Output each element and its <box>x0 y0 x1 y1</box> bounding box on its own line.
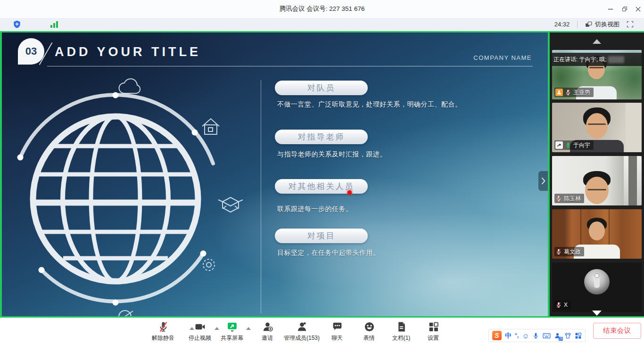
emoji-label: 表情 <box>363 334 375 342</box>
unmute-label: 解除静音 <box>152 334 174 342</box>
mic-muted-icon <box>555 195 562 202</box>
participant-name: X <box>564 302 568 308</box>
ime-language-toggle[interactable]: 中 <box>505 332 512 339</box>
switch-view-label: 切换视图 <box>595 20 619 29</box>
active-speaker-banner: 正在讲话: 于向宇; 哦; <box>550 53 644 66</box>
minimize-button[interactable] <box>603 2 618 16</box>
window-title: 腾讯会议 会议号: 227 351 676 <box>0 0 644 18</box>
gear-icon <box>203 259 215 270</box>
stop-video-button[interactable]: 停止视频 <box>182 320 218 342</box>
participant-tile[interactable]: 于向宇 <box>552 103 642 152</box>
unmute-button[interactable]: 解除静音 <box>144 320 182 342</box>
share-frame-left <box>0 31 2 318</box>
mic-muted-icon <box>555 248 562 255</box>
manage-members-button[interactable]: 管理成员(153) <box>279 320 324 342</box>
host-badge-icon <box>555 89 563 96</box>
smiley-icon <box>363 320 375 333</box>
collapse-sidebar-button[interactable] <box>538 171 548 191</box>
blurred-text <box>608 56 624 63</box>
meeting-info-shield-icon[interactable] <box>12 20 22 31</box>
shared-screen-slide: 03 ADD YOUR TITLE COMPANY NAME <box>2 33 548 316</box>
section-pill: 对队员 <box>275 81 368 95</box>
chat-label: 聊天 <box>331 334 343 342</box>
restore-icon <box>621 6 628 12</box>
sogou-logo-icon[interactable]: S <box>492 331 502 340</box>
switch-view-button[interactable]: 切换视图 <box>585 18 619 31</box>
restore-button[interactable] <box>618 2 632 16</box>
invite-button[interactable]: 邀请 <box>254 320 281 342</box>
section-desc: 目标坚定，在任务中起带头作用。 <box>277 249 380 257</box>
participant-name: 葛文政 <box>564 248 581 256</box>
member-person-icon <box>296 320 308 333</box>
section-pill: 对指导老师 <box>275 130 368 144</box>
cloud-icon <box>119 79 140 93</box>
sharing-badge-icon <box>555 141 563 149</box>
settings-grid-icon <box>428 320 439 333</box>
scroll-down-arrow[interactable] <box>592 311 602 316</box>
participant-namebar: 王亚男 <box>554 88 594 97</box>
fullscreen-button[interactable] <box>626 20 634 30</box>
share-options-arrow[interactable] <box>246 327 251 330</box>
ime-user-icon[interactable]: 25 <box>554 332 561 339</box>
close-icon <box>635 6 641 12</box>
globe-graphic <box>5 71 262 316</box>
switch-view-icon <box>585 21 593 29</box>
ime-emoji-icon[interactable]: ☺ <box>522 332 529 339</box>
participant-tile[interactable]: 陈玉林 <box>552 156 642 205</box>
mic-on-icon <box>565 142 571 148</box>
topbar-divider <box>577 21 578 28</box>
meeting-control-bar: 解除静音 停止视频 共享屏幕 邀请 管理成员(15 <box>0 318 644 344</box>
ime-skin-shirt-icon[interactable] <box>564 332 571 339</box>
document-icon <box>396 320 407 333</box>
mic-muted-icon <box>555 302 562 308</box>
docs-label: 文档(1) <box>392 334 411 342</box>
chat-button[interactable]: 聊天 <box>323 320 351 342</box>
participant-tile[interactable]: X <box>552 262 642 312</box>
ime-user-badge: 25 <box>559 337 563 341</box>
slide-number-badge: 03 <box>18 38 44 65</box>
open-box-icon <box>218 197 243 212</box>
end-meeting-button[interactable]: 结束会议 <box>593 323 641 339</box>
manage-members-label: 管理成员(153) <box>284 334 320 342</box>
minimize-icon <box>607 6 614 12</box>
participants-sidebar: 正在讲话: 于向宇; 哦; 王亚男 <box>550 33 644 316</box>
close-button[interactable] <box>631 2 644 16</box>
docs-button[interactable]: 文档(1) <box>386 320 417 342</box>
stop-video-label: 停止视频 <box>189 334 211 342</box>
participant-tile[interactable]: 葛文政 <box>552 209 642 259</box>
company-name: COMPANY NAME <box>469 54 532 61</box>
participant-namebar: X <box>554 300 571 310</box>
camera-icon <box>194 320 206 333</box>
ime-toolbar[interactable]: S 中 °, ☺ 25 <box>488 329 586 342</box>
settings-label: 设置 <box>428 334 439 342</box>
participant-name: 王亚男 <box>573 89 590 97</box>
active-speaker-text: 正在讲话: 于向宇; 哦; <box>553 56 607 64</box>
scroll-up-arrow[interactable] <box>593 39 601 44</box>
chat-bubble-icon <box>331 320 343 333</box>
ime-punctuation-toggle[interactable]: °, <box>515 333 519 338</box>
invite-person-icon <box>262 320 273 333</box>
section-pill: 对其他相关人员 <box>275 179 368 194</box>
ime-keyboard-icon[interactable] <box>543 332 551 339</box>
share-screen-button[interactable]: 共享屏幕 <box>214 320 250 342</box>
tencent-meeting-window: 腾讯会议 会议号: 227 351 676 24:32 切换视图 <box>0 0 644 344</box>
slide-title: ADD YOUR TITLE <box>55 45 201 59</box>
mic-muted-icon <box>157 320 169 333</box>
house-icon <box>202 119 219 134</box>
slide-divider <box>261 80 261 313</box>
titlebar[interactable]: 腾讯会议 会议号: 227 351 676 <box>0 0 644 18</box>
slide-number: 03 <box>25 45 37 57</box>
ime-voice-icon[interactable] <box>532 332 539 339</box>
meeting-duration: 24:32 <box>551 18 573 31</box>
settings-button[interactable]: 设置 <box>420 320 447 342</box>
meeting-toolbar-top: 24:32 切换视图 <box>0 18 644 31</box>
slide-header-underline <box>47 66 533 66</box>
participant-name: 于向宇 <box>573 141 590 149</box>
section-desc: 与指导老师的关系及时汇报，跟进。 <box>277 150 387 159</box>
fullscreen-icon <box>626 20 634 28</box>
emoji-button[interactable]: 表情 <box>355 320 383 342</box>
ime-toolbox-icon[interactable] <box>575 332 582 339</box>
participant-namebar: 葛文政 <box>554 247 584 256</box>
network-signal-icon[interactable] <box>50 21 58 30</box>
chevron-right-icon <box>540 176 546 186</box>
